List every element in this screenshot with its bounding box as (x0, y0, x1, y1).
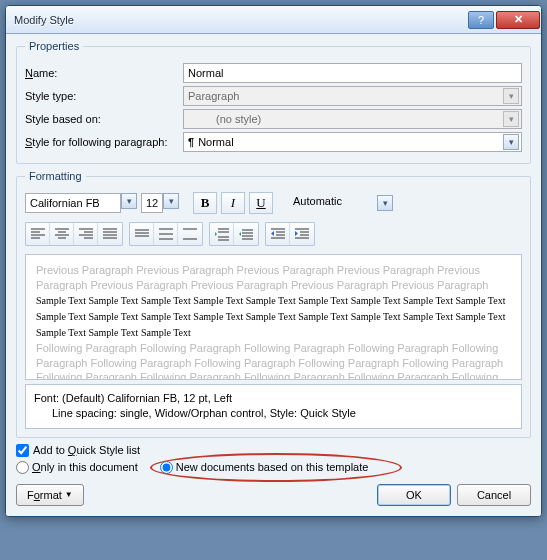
name-label: Name: (25, 67, 177, 79)
properties-legend: Properties (25, 40, 83, 52)
new-documents-radio[interactable]: New documents based on this template (154, 459, 383, 476)
svg-marker-43 (295, 231, 298, 236)
format-button[interactable]: Format▼ (16, 484, 84, 506)
following-select[interactable]: ¶Normal ▾ (183, 132, 522, 152)
preview-sample: Sample Text Sample Text Sample Text Samp… (36, 293, 511, 341)
align-right-button[interactable] (74, 223, 98, 245)
align-justify-button[interactable] (98, 223, 122, 245)
modify-style-dialog: Modify Style ? ✕ Properties Name: Normal… (5, 5, 542, 517)
chevron-down-icon[interactable]: ▾ (121, 193, 137, 209)
based-on-label: Style based on: (25, 113, 177, 125)
svg-marker-38 (271, 231, 274, 236)
font-combo[interactable]: Californian FB ▾ (25, 193, 137, 213)
space-before-dec-button[interactable] (234, 223, 258, 245)
following-label: Style for following paragraph: (25, 136, 177, 148)
formatting-group: Formatting Californian FB ▾ 12 ▾ B I U A… (16, 170, 531, 438)
preview-pane: Previous Paragraph Previous Paragraph Pr… (25, 254, 522, 380)
font-color-combo[interactable]: Automatic ▾ (293, 195, 393, 211)
bold-button[interactable]: B (193, 192, 217, 214)
svg-marker-33 (239, 232, 241, 236)
indent-dec-button[interactable] (266, 223, 290, 245)
style-type-select: Paragraph ▾ (183, 86, 522, 106)
summary-line-2: Line spacing: single, Widow/Orphan contr… (34, 406, 513, 421)
chevron-down-icon[interactable]: ▾ (163, 193, 179, 209)
svg-marker-28 (215, 232, 217, 236)
spacing-2-button[interactable] (178, 223, 202, 245)
chevron-down-icon[interactable]: ▾ (377, 195, 393, 211)
align-left-button[interactable] (26, 223, 50, 245)
spacing-15-button[interactable] (154, 223, 178, 245)
ok-button[interactable]: OK (377, 484, 451, 506)
spacing-1-button[interactable] (130, 223, 154, 245)
properties-group: Properties Name: Normal Style type: Para… (16, 40, 531, 164)
help-button[interactable]: ? (468, 11, 494, 29)
style-summary: Font: (Default) Californian FB, 12 pt, L… (25, 384, 522, 429)
only-document-radio[interactable]: Only in this document (16, 461, 138, 474)
quick-style-checkbox[interactable] (16, 444, 29, 457)
chevron-down-icon[interactable]: ▾ (503, 134, 519, 150)
style-type-label: Style type: (25, 90, 177, 102)
chevron-down-icon: ▾ (503, 111, 519, 127)
summary-line-1: Font: (Default) Californian FB, 12 pt, L… (34, 391, 513, 406)
space-before-inc-button[interactable] (210, 223, 234, 245)
quick-style-label[interactable]: Add to Quick Style list (33, 444, 140, 456)
window-title: Modify Style (14, 14, 467, 26)
name-input[interactable]: Normal (183, 63, 522, 83)
preview-following: Following Paragraph Following Paragraph … (36, 341, 511, 380)
italic-button[interactable]: I (221, 192, 245, 214)
preview-previous: Previous Paragraph Previous Paragraph Pr… (36, 263, 511, 293)
indent-inc-button[interactable] (290, 223, 314, 245)
based-on-select: (no style) ▾ (183, 109, 522, 129)
underline-button[interactable]: U (249, 192, 273, 214)
cancel-button[interactable]: Cancel (457, 484, 531, 506)
align-center-button[interactable] (50, 223, 74, 245)
chevron-down-icon: ▾ (503, 88, 519, 104)
close-button[interactable]: ✕ (496, 11, 540, 29)
titlebar[interactable]: Modify Style ? ✕ (6, 6, 541, 34)
size-combo[interactable]: 12 ▾ (141, 193, 179, 213)
formatting-legend: Formatting (25, 170, 86, 182)
